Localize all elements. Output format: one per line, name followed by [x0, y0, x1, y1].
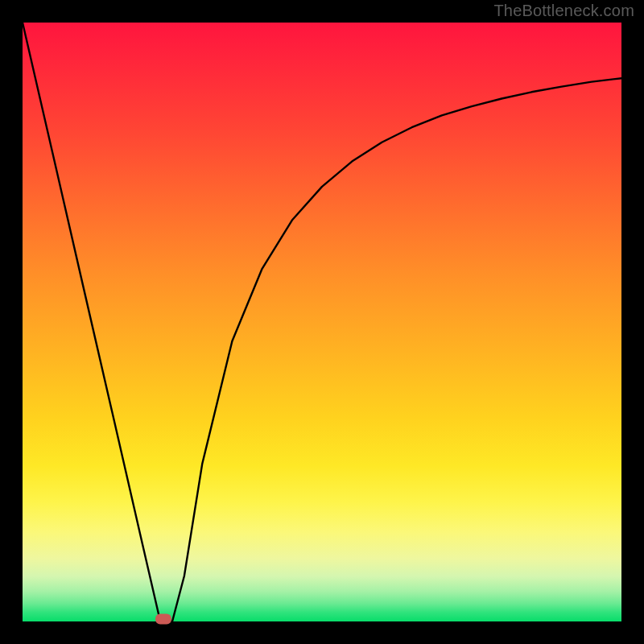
chart-frame: TheBottleneck.com	[0, 0, 644, 644]
watermark-text: TheBottleneck.com	[493, 2, 634, 20]
bottleneck-curve	[23, 23, 621, 621]
plot-area	[23, 23, 621, 621]
optimal-marker	[155, 614, 171, 625]
curve-svg	[23, 23, 621, 621]
